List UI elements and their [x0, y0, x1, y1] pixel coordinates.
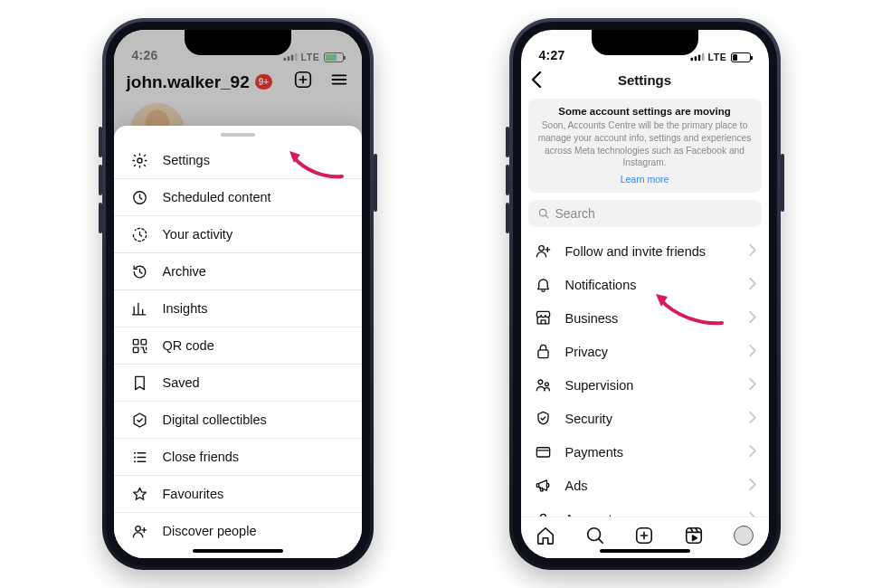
settings-item-security[interactable]: Security: [521, 402, 769, 435]
svg-point-14: [134, 460, 136, 462]
svg-rect-9: [133, 339, 138, 345]
search-icon: [537, 207, 550, 220]
megaphone-icon: [534, 477, 554, 494]
chevron-right-icon: [749, 445, 756, 460]
tab-home[interactable]: [535, 525, 556, 546]
settings-item-ads[interactable]: Ads: [521, 469, 769, 502]
sheet-item-label: Scheduled content: [163, 190, 271, 204]
svg-rect-18: [697, 55, 700, 62]
settings-item-label: Business: [565, 311, 619, 326]
svg-point-7: [138, 157, 142, 162]
chevron-right-icon: [749, 311, 756, 326]
settings-item-label: Security: [565, 412, 612, 426]
tab-search[interactable]: [584, 525, 606, 546]
sheet-item-label: Insights: [163, 301, 208, 316]
chevron-right-icon: [749, 378, 756, 393]
avatar-icon: [734, 526, 754, 545]
sheet-item-label: Saved: [163, 375, 200, 390]
svg-rect-25: [536, 448, 549, 457]
activity-icon: [130, 226, 150, 243]
bookmark-icon: [130, 375, 150, 392]
notice-learn-more-link[interactable]: Learn more: [537, 174, 753, 185]
sheet-item-settings[interactable]: Settings: [114, 142, 362, 179]
phone-left: 4:26 LTE john.walker_92 9+: [102, 18, 374, 570]
sheet-item-label: Close friends: [163, 450, 240, 464]
person-plus-icon: [130, 523, 150, 540]
sheet-item-discover-people[interactable]: Discover people: [114, 513, 362, 549]
family-icon: [534, 376, 554, 394]
nav-bar: Settings: [521, 64, 769, 95]
settings-item-supervision[interactable]: Supervision: [521, 368, 769, 402]
menu-sheet: SettingsScheduled contentYour activityAr…: [114, 126, 362, 558]
svg-point-12: [134, 451, 136, 453]
person-plus-icon: [534, 242, 554, 260]
svg-rect-11: [133, 347, 138, 353]
network-label: LTE: [708, 52, 727, 62]
tab-reels[interactable]: [683, 525, 705, 546]
clock-icon: [130, 189, 150, 206]
chevron-right-icon: [749, 244, 756, 259]
sheet-item-saved[interactable]: Saved: [114, 365, 362, 402]
star-icon: [130, 486, 150, 503]
settings-list: Follow and invite friendsNotificationsBu…: [521, 234, 769, 517]
tab-profile[interactable]: [733, 525, 754, 546]
bell-icon: [534, 276, 554, 293]
notice-title: Some account settings are moving: [537, 106, 753, 117]
svg-rect-10: [141, 339, 147, 345]
gear-icon: [130, 152, 150, 169]
svg-rect-16: [690, 58, 693, 61]
search-input[interactable]: Search: [528, 200, 762, 227]
settings-item-label: Supervision: [565, 378, 634, 393]
hex-check-icon: [130, 412, 150, 429]
tab-create[interactable]: [633, 525, 655, 546]
sheet-item-digital-collectibles[interactable]: Digital collectibles: [114, 402, 362, 439]
sheet-item-label: Archive: [163, 264, 206, 279]
home-indicator[interactable]: [193, 549, 283, 553]
sheet-item-insights[interactable]: Insights: [114, 290, 362, 327]
settings-item-label: Privacy: [565, 345, 609, 359]
chevron-right-icon: [749, 345, 756, 359]
storefront-icon: [534, 309, 554, 327]
svg-rect-19: [702, 53, 705, 61]
svg-point-23: [538, 380, 543, 384]
phone-right: 4:27 LTE Settings Some account settings …: [509, 18, 781, 570]
svg-rect-22: [538, 350, 548, 358]
page-title: Settings: [618, 72, 671, 88]
sheet-item-close-friends[interactable]: Close friends: [114, 439, 362, 476]
settings-item-label: Follow and invite friends: [565, 244, 707, 259]
sheet-item-label: Digital collectibles: [163, 413, 267, 427]
battery-icon: [731, 52, 751, 62]
insights-icon: [130, 300, 150, 318]
home-indicator[interactable]: [600, 549, 690, 553]
settings-item-business[interactable]: Business: [521, 301, 769, 335]
settings-item-privacy[interactable]: Privacy: [521, 335, 769, 368]
list-filter-icon: [130, 449, 150, 466]
shield-icon: [534, 410, 554, 427]
sheet-item-label: Favourites: [163, 487, 224, 501]
sheet-item-qr-code[interactable]: QR code: [114, 327, 362, 365]
lock-icon: [534, 343, 554, 360]
search-placeholder: Search: [555, 206, 595, 221]
sheet-item-label: Discover people: [163, 524, 257, 538]
back-button[interactable]: [530, 70, 543, 92]
svg-point-15: [136, 526, 141, 531]
sheet-item-favourites[interactable]: Favourites: [114, 476, 362, 513]
account-icon: [534, 510, 554, 517]
notice-card: Some account settings are moving Soon, A…: [528, 99, 762, 193]
sheet-item-scheduled-content[interactable]: Scheduled content: [114, 179, 362, 216]
card-icon: [534, 443, 554, 460]
sheet-item-your-activity[interactable]: Your activity: [114, 216, 362, 253]
settings-item-account[interactable]: Account: [521, 502, 769, 517]
sheet-item-label: Settings: [163, 153, 210, 167]
settings-item-payments[interactable]: Payments: [521, 435, 769, 469]
sheet-item-archive[interactable]: Archive: [114, 253, 362, 290]
sheet-item-label: Your activity: [163, 227, 233, 242]
svg-rect-17: [694, 56, 697, 61]
settings-item-follow-and-invite-friends[interactable]: Follow and invite friends: [521, 234, 769, 268]
settings-item-notifications[interactable]: Notifications: [521, 268, 769, 301]
sheet-item-label: QR code: [163, 338, 214, 353]
svg-point-24: [545, 383, 549, 386]
sheet-grabber[interactable]: [221, 133, 255, 137]
notice-body: Soon, Accounts Centre will be the primar…: [537, 119, 753, 169]
signal-icon: [690, 52, 705, 62]
